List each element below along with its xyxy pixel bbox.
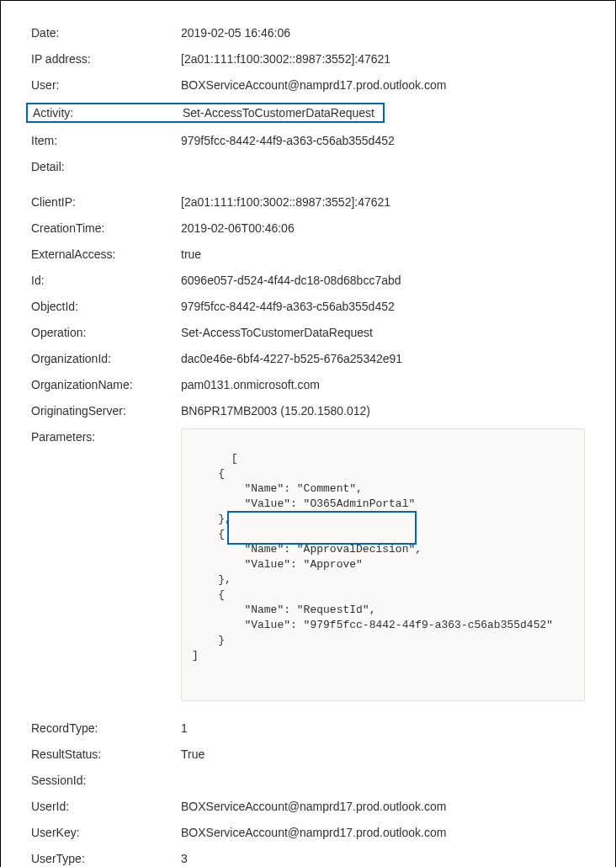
value-activity: Set-AccessToCustomerDataRequest (183, 105, 376, 120)
row-external-access: ExternalAccess: true (31, 246, 585, 263)
row-id: Id: 6096e057-d524-4f44-dc18-08d68bcc7abd (31, 272, 585, 289)
label-record-type: RecordType: (31, 720, 181, 737)
label-ip-address: IP address: (31, 51, 181, 67)
label-date: Date: (31, 24, 181, 41)
value-ip-address: [2a01:111:f100:3002::8987:3552]:47621 (181, 51, 585, 67)
row-originating-server: OriginatingServer: BN6PR17MB2003 (15.20.… (31, 402, 585, 419)
value-item: 979f5fcc-8442-44f9-a363-c56ab355d452 (181, 132, 585, 149)
label-object-id: ObjectId: (31, 298, 181, 315)
label-user-id: UserId: (31, 798, 181, 815)
label-user-key: UserKey: (31, 824, 181, 841)
activity-highlight-box: Activity: Set-AccessToCustomerDataReques… (26, 103, 385, 123)
label-detail: Detail: (31, 158, 181, 175)
row-object-id: ObjectId: 979f5fcc-8442-44f9-a363-c56ab3… (31, 298, 585, 315)
label-organization-name: OrganizationName: (31, 376, 181, 393)
value-client-ip: [2a01:111:f100:3002::8987:3552]:47621 (181, 194, 585, 210)
row-user-id: UserId: BOXServiceAccount@namprd17.prod.… (31, 798, 585, 815)
label-parameters: Parameters: (31, 428, 181, 445)
value-parameters-box: [ { "Name": "Comment", "Value": "O365Adm… (181, 428, 585, 701)
value-parameters-text: [ { "Name": "Comment", "Value": "O365Adm… (192, 452, 553, 662)
value-user-key: BOXServiceAccount@namprd17.prod.outlook.… (181, 824, 585, 841)
value-user-id: BOXServiceAccount@namprd17.prod.outlook.… (181, 798, 585, 815)
row-user: User: BOXServiceAccount@namprd17.prod.ou… (31, 77, 585, 93)
value-record-type: 1 (181, 720, 585, 737)
label-user-type: UserType: (31, 850, 181, 867)
value-originating-server: BN6PR17MB2003 (15.20.1580.012) (181, 402, 585, 419)
label-item: Item: (31, 132, 181, 149)
label-session-id: SessionId: (31, 772, 181, 789)
audit-detail-panel: Date: 2019-02-05 16:46:06 IP address: [2… (0, 0, 616, 867)
row-activity: Activity: Set-AccessToCustomerDataReques… (31, 103, 585, 123)
row-client-ip: ClientIP: [2a01:111:f100:3002::8987:3552… (31, 194, 585, 210)
row-creation-time: CreationTime: 2019-02-06T00:46:06 (31, 220, 585, 237)
row-parameters: Parameters: [ { "Name": "Comment", "Valu… (31, 428, 585, 701)
label-user: User: (31, 77, 181, 93)
value-external-access: true (181, 246, 585, 263)
row-detail: Detail: (31, 158, 585, 175)
label-client-ip: ClientIP: (31, 194, 181, 210)
value-date: 2019-02-05 16:46:06 (181, 24, 585, 41)
row-user-key: UserKey: BOXServiceAccount@namprd17.prod… (31, 824, 585, 841)
row-operation: Operation: Set-AccessToCustomerDataReque… (31, 324, 585, 341)
value-object-id: 979f5fcc-8442-44f9-a363-c56ab355d452 (181, 298, 585, 315)
label-creation-time: CreationTime: (31, 220, 181, 237)
label-activity: Activity: (33, 105, 183, 120)
label-originating-server: OriginatingServer: (31, 402, 181, 419)
row-ip-address: IP address: [2a01:111:f100:3002::8987:35… (31, 51, 585, 67)
value-user-type: 3 (181, 850, 585, 867)
value-operation: Set-AccessToCustomerDataRequest (181, 324, 585, 341)
row-result-status: ResultStatus: True (31, 746, 585, 763)
label-id: Id: (31, 272, 181, 289)
value-organization-name: pam0131.onmicrosoft.com (181, 376, 585, 393)
row-user-type: UserType: 3 (31, 850, 585, 867)
value-result-status: True (181, 746, 585, 763)
row-record-type: RecordType: 1 (31, 720, 585, 737)
label-organization-id: OrganizationId: (31, 350, 181, 367)
value-user: BOXServiceAccount@namprd17.prod.outlook.… (181, 77, 585, 93)
value-creation-time: 2019-02-06T00:46:06 (181, 220, 585, 237)
row-item: Item: 979f5fcc-8442-44f9-a363-c56ab355d4… (31, 132, 585, 149)
row-organization-id: OrganizationId: dac0e46e-6bf4-4227-b525-… (31, 350, 585, 367)
value-id: 6096e057-d524-4f44-dc18-08d68bcc7abd (181, 272, 585, 289)
row-organization-name: OrganizationName: pam0131.onmicrosoft.co… (31, 376, 585, 393)
row-date: Date: 2019-02-05 16:46:06 (31, 24, 585, 41)
label-result-status: ResultStatus: (31, 746, 181, 763)
label-external-access: ExternalAccess: (31, 246, 181, 263)
label-operation: Operation: (31, 324, 181, 341)
value-organization-id: dac0e46e-6bf4-4227-b525-676a25342e91 (181, 350, 585, 367)
row-session-id: SessionId: (31, 772, 585, 789)
approval-decision-highlight-box (227, 511, 417, 545)
